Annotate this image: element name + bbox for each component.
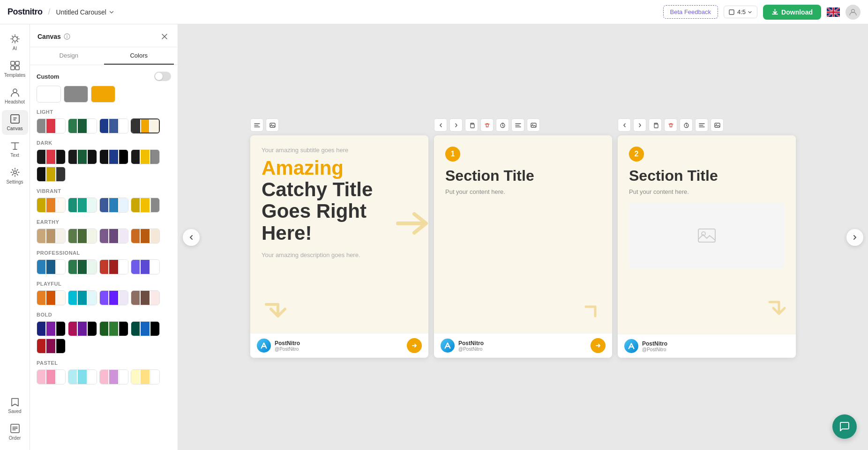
palette-option[interactable] <box>37 290 66 305</box>
palette-option[interactable] <box>99 321 128 336</box>
language-flag[interactable] <box>827 7 840 17</box>
palette-option[interactable] <box>37 167 66 182</box>
toolbar-nav-prev[interactable] <box>434 118 447 132</box>
palette-option[interactable] <box>131 321 160 336</box>
chat-icon <box>839 421 850 432</box>
nav-next-button[interactable] <box>846 229 863 246</box>
slide-section-1[interactable]: 1 Section Title Put your content here. <box>434 135 612 358</box>
toolbar2-nav-next[interactable] <box>633 118 646 132</box>
palette-option[interactable] <box>131 229 160 243</box>
toolbar2-image[interactable] <box>711 118 724 132</box>
toolbar-copy[interactable] <box>465 118 478 132</box>
uk-flag-icon <box>827 7 840 17</box>
slide-cover-toolbar <box>250 118 279 132</box>
toolbar2-timer[interactable] <box>680 118 693 132</box>
custom-swatch-white[interactable] <box>37 86 61 103</box>
palette-option[interactable] <box>99 229 128 243</box>
toolbar2-nav-prev[interactable] <box>618 118 631 132</box>
light-palette-section: Light <box>37 109 171 133</box>
section1-next-button[interactable] <box>591 338 606 353</box>
palette-option[interactable] <box>131 149 160 164</box>
toolbar2-align[interactable] <box>695 118 708 132</box>
palette-option[interactable] <box>68 229 97 243</box>
nav-prev-button[interactable] <box>183 229 200 246</box>
palette-option[interactable] <box>37 259 66 274</box>
palette-option[interactable] <box>37 198 66 213</box>
sidebar-item-order[interactable]: Order <box>2 420 28 444</box>
toolbar2-delete[interactable] <box>664 118 677 132</box>
chat-button[interactable] <box>832 414 857 439</box>
palette-option[interactable] <box>99 290 128 305</box>
palette-option[interactable] <box>131 290 160 305</box>
beta-feedback-button[interactable]: Beta Feedback <box>663 5 718 19</box>
slide-section-2[interactable]: 2 Section Title Put your content here. <box>618 135 796 358</box>
aspect-ratio-icon <box>729 9 735 15</box>
palette-option[interactable] <box>99 369 128 384</box>
custom-section-title: Custom <box>37 73 59 80</box>
toolbar-image-button[interactable] <box>266 118 279 132</box>
toolbar-nav-next[interactable] <box>449 118 463 132</box>
image-icon-3 <box>714 122 720 128</box>
palette-option[interactable] <box>131 259 160 274</box>
sidebar-item-saved[interactable]: Saved <box>2 393 28 418</box>
cover-author: PostNitro @PostNitro <box>257 339 300 353</box>
palette-option[interactable] <box>37 118 66 133</box>
toolbar-delete[interactable] <box>480 118 494 132</box>
palette-option[interactable] <box>37 229 66 243</box>
custom-swatches <box>37 86 171 103</box>
sidebar-item-ai[interactable]: AI <box>2 30 28 55</box>
custom-swatch-gold[interactable] <box>91 86 115 103</box>
palette-option[interactable] <box>68 118 97 133</box>
earthy-palette-section: Earthy <box>37 219 171 243</box>
section2-title: Section Title <box>629 167 785 184</box>
palette-option[interactable] <box>99 149 128 164</box>
panel-header: Canvas <box>30 24 178 47</box>
playful-section-title: Playful <box>37 281 171 287</box>
download-button[interactable]: Download <box>763 5 821 20</box>
toolbar-align-button[interactable] <box>250 118 263 132</box>
toolbar-align2[interactable] <box>511 118 524 132</box>
toolbar2-copy[interactable] <box>649 118 662 132</box>
slide-cover-container: Your amazing subtitle goes here Amazing … <box>250 135 428 358</box>
slide-2-container: 2 Section Title Put your content here. <box>618 135 796 358</box>
palette-option[interactable] <box>68 369 97 384</box>
toolbar-image2[interactable] <box>527 118 540 132</box>
document-title[interactable]: Untitled Carousel <box>56 8 115 16</box>
palette-option[interactable] <box>68 198 97 213</box>
palette-option[interactable] <box>37 149 66 164</box>
custom-swatch-gray[interactable] <box>64 86 88 103</box>
palette-option-selected[interactable] <box>131 118 160 133</box>
playful-palette-row <box>37 290 171 305</box>
palette-option[interactable] <box>99 118 128 133</box>
tab-colors[interactable]: Colors <box>104 47 174 65</box>
separator: / <box>48 7 51 17</box>
sidebar-item-settings[interactable]: Settings <box>2 163 28 188</box>
tab-design[interactable]: Design <box>34 47 104 65</box>
sidebar-item-headshot[interactable]: Headshot <box>2 83 28 108</box>
slide-next-button[interactable] <box>407 338 422 353</box>
custom-toggle[interactable] <box>154 72 171 81</box>
vibrant-palette-row <box>37 198 171 213</box>
palette-option[interactable] <box>68 321 97 336</box>
saved-icon <box>10 397 20 407</box>
aspect-ratio-selector[interactable]: 4:5 <box>724 6 757 18</box>
palette-option[interactable] <box>37 339 66 354</box>
palette-option[interactable] <box>131 198 160 213</box>
palette-option[interactable] <box>99 259 128 274</box>
toolbar-timer[interactable] <box>496 118 509 132</box>
panel-close-button[interactable] <box>159 31 170 42</box>
palette-option[interactable] <box>68 259 97 274</box>
sidebar-item-text[interactable]: Text <box>2 137 28 162</box>
palette-option[interactable] <box>68 290 97 305</box>
palette-option[interactable] <box>37 369 66 384</box>
sidebar-item-templates[interactable]: Templates <box>2 57 28 81</box>
sidebar-item-canvas[interactable]: Canvas <box>2 110 28 135</box>
text-label: Text <box>10 153 19 158</box>
user-avatar[interactable] <box>846 5 861 20</box>
svg-rect-17 <box>531 123 536 127</box>
palette-option[interactable] <box>99 198 128 213</box>
palette-option[interactable] <box>131 369 160 384</box>
palette-option[interactable] <box>68 149 97 164</box>
slide-cover[interactable]: Your amazing subtitle goes here Amazing … <box>250 135 428 358</box>
palette-option[interactable] <box>37 321 66 336</box>
